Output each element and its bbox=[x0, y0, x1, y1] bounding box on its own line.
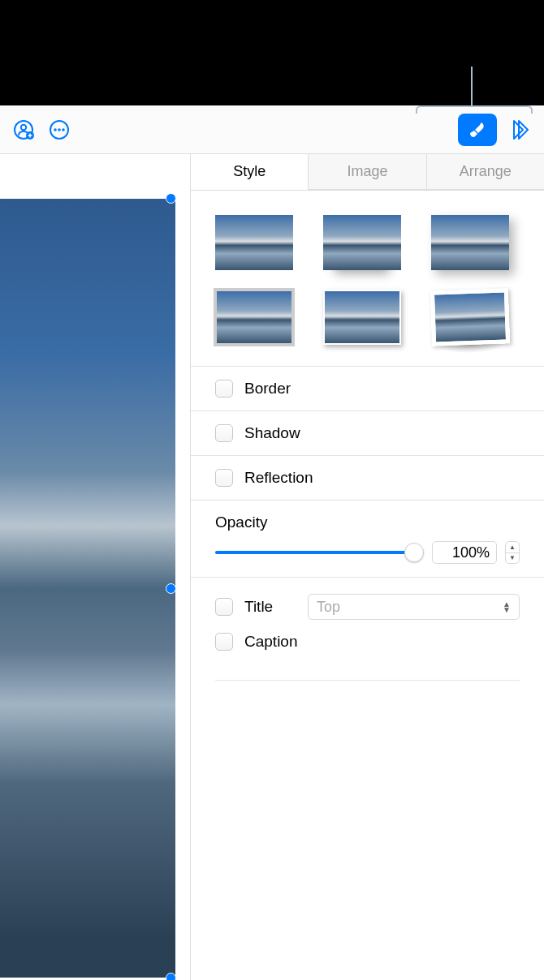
collaborate-button[interactable] bbox=[13, 119, 34, 140]
format-button[interactable] bbox=[458, 114, 497, 146]
style-preset-border-white[interactable] bbox=[323, 290, 401, 345]
opacity-input[interactable] bbox=[432, 541, 497, 564]
style-preset-polaroid[interactable] bbox=[430, 288, 510, 346]
title-position-value: Top bbox=[317, 599, 340, 616]
opacity-slider[interactable] bbox=[215, 543, 424, 562]
inspector-tabs: Style Image Arrange bbox=[191, 154, 544, 191]
selection-handle-mid[interactable] bbox=[166, 583, 176, 594]
collaborate-icon bbox=[13, 119, 34, 140]
chevron-updown-icon: ▲▼ bbox=[503, 601, 511, 612]
svg-point-1 bbox=[21, 124, 26, 129]
tab-image[interactable]: Image bbox=[309, 154, 426, 190]
style-preset-reflection[interactable] bbox=[323, 215, 401, 270]
opacity-slider-knob[interactable] bbox=[404, 543, 424, 562]
caption-checkbox[interactable] bbox=[215, 633, 233, 651]
more-icon bbox=[49, 119, 70, 140]
opacity-stepper[interactable]: ▲ ▼ bbox=[505, 541, 520, 564]
callout-bracket bbox=[416, 105, 533, 114]
title-label: Title bbox=[244, 598, 296, 616]
style-presets bbox=[191, 191, 544, 366]
border-checkbox[interactable] bbox=[215, 380, 233, 398]
caption-label: Caption bbox=[244, 633, 298, 651]
divider bbox=[215, 680, 520, 681]
svg-point-5 bbox=[58, 128, 61, 131]
title-checkbox[interactable] bbox=[215, 598, 233, 616]
reflection-label: Reflection bbox=[244, 469, 313, 487]
shadow-checkbox[interactable] bbox=[215, 424, 233, 442]
canvas-area[interactable] bbox=[0, 154, 191, 980]
tab-arrange[interactable]: Arrange bbox=[427, 154, 544, 190]
more-button[interactable] bbox=[49, 119, 70, 140]
format-brush-icon bbox=[467, 119, 488, 140]
opacity-step-up[interactable]: ▲ bbox=[506, 542, 519, 553]
style-preset-shadow[interactable] bbox=[431, 215, 509, 270]
tab-style[interactable]: Style bbox=[191, 154, 309, 190]
opacity-label: Opacity bbox=[215, 514, 520, 531]
reflection-checkbox[interactable] bbox=[215, 469, 233, 487]
svg-point-6 bbox=[62, 128, 65, 131]
app-blackspace bbox=[0, 0, 544, 105]
title-position-select[interactable]: Top ▲▼ bbox=[308, 594, 520, 620]
selection-handle-bot[interactable] bbox=[166, 973, 176, 980]
animate-icon bbox=[505, 118, 531, 141]
style-preset-border-dark[interactable] bbox=[215, 290, 293, 345]
style-preset-none[interactable] bbox=[215, 215, 293, 270]
svg-point-4 bbox=[54, 128, 57, 131]
opacity-step-down[interactable]: ▼ bbox=[506, 553, 519, 564]
border-label: Border bbox=[244, 380, 291, 398]
selection-handle-top[interactable] bbox=[166, 193, 176, 204]
animate-button[interactable] bbox=[505, 118, 531, 141]
selected-image[interactable] bbox=[0, 199, 175, 978]
inspector-panel: Style Image Arrange Border Shadow bbox=[191, 154, 544, 980]
shadow-label: Shadow bbox=[244, 424, 300, 442]
callout-line bbox=[471, 67, 473, 105]
